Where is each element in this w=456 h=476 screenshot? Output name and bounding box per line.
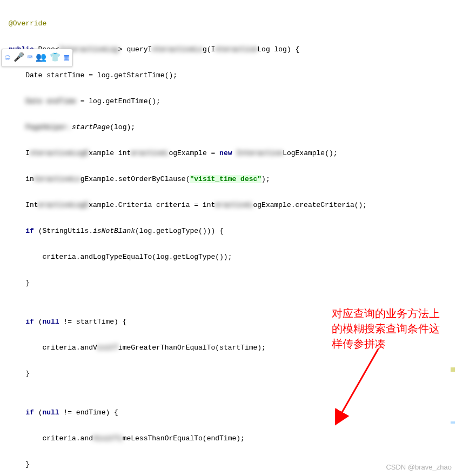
gutter-marker (451, 367, 455, 372)
smile-icon[interactable]: ☺ (5, 51, 10, 64)
annotation-line: 的模糊搜索查询条件这 (332, 321, 440, 336)
annotation-callout: 对应查询的业务方法上 的模糊搜索查询条件这 样传参拼凑 (332, 306, 440, 351)
annotation-line: 样传参拼凑 (332, 336, 440, 351)
code-block: @Override public Page<InteractiveLog> qu… (0, 0, 456, 476)
mic-icon[interactable]: 🎤 (14, 51, 24, 64)
line: Date startTime = log.getStartTime(); (9, 69, 453, 82)
grid-icon[interactable]: ▦ (64, 51, 69, 64)
annotation-line: 对应查询的业务方法上 (332, 306, 440, 321)
annotation-override: @Override (9, 19, 46, 28)
people-icon[interactable]: 👥 (36, 51, 46, 64)
shirt-icon[interactable]: 👕 (50, 51, 61, 64)
gutter-marker (451, 421, 455, 424)
keyboard-icon[interactable]: ⌨ (28, 51, 33, 64)
watermark: CSDN @brave_zhao (386, 461, 452, 474)
floating-toolbar[interactable]: ☺ 🎤 ⌨ 👥 👕 ▦ (1, 49, 73, 67)
